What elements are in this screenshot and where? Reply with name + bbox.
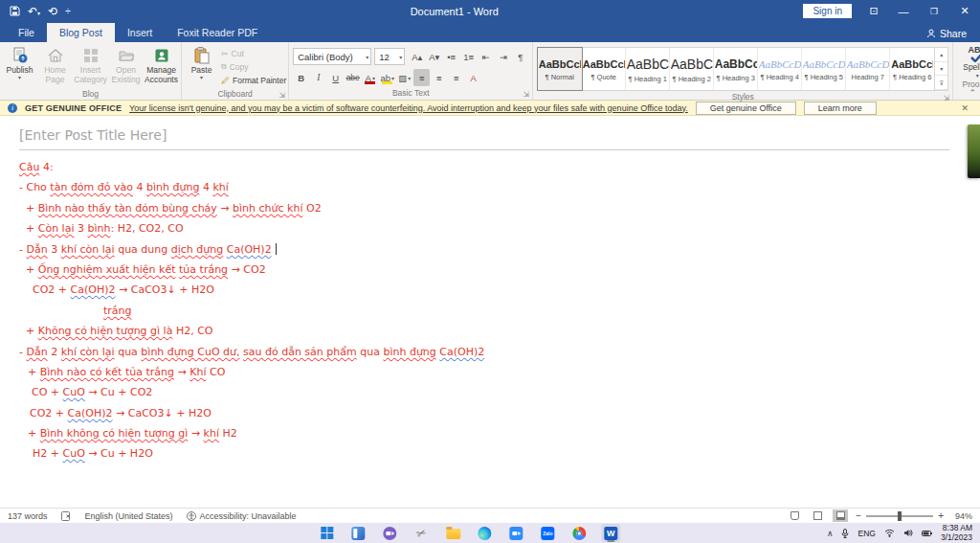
style--heading-1[interactable]: AaBbCc¶ Heading 1 [626, 48, 670, 90]
document-area[interactable]: [Enter Post Title Here] Câu 4:- Cho tàn … [0, 116, 980, 508]
warning-message-link[interactable]: Your license isn't genuine, and you may … [129, 103, 688, 113]
taskbar-explorer-icon[interactable] [443, 524, 462, 542]
print-layout-button[interactable] [810, 509, 825, 522]
publish-button[interactable]: Publish▾ [2, 44, 37, 88]
ribbon-display-options-icon[interactable]: ⊡ [859, 5, 888, 17]
taskbar-start-icon[interactable] [317, 524, 336, 542]
close-button[interactable]: ✕ [949, 0, 980, 22]
warning-close-icon[interactable]: ✕ [957, 103, 972, 113]
text-line[interactable]: + Còn lại 3 bình: H2, CO2, CO [19, 218, 961, 238]
zoom-percentage[interactable]: 94% [951, 511, 972, 521]
clipboard-dialog-launcher-icon[interactable]: ⇲ [279, 89, 286, 102]
taskbar-zalo-icon[interactable]: Zalo [538, 524, 557, 542]
align-right-button[interactable]: ≡ [448, 69, 464, 86]
style-heading-7[interactable]: AaBbCcDdHeading 7 [846, 48, 890, 90]
decrease-indent-button[interactable]: ⇤ [478, 48, 494, 65]
language-indicator[interactable]: ENG [858, 529, 875, 538]
document-page[interactable]: [Enter Post Title Here] Câu 4:- Cho tàn … [0, 116, 980, 464]
paste-button[interactable]: Paste ▾ [184, 44, 219, 88]
tab-blog-post[interactable]: Blog Post [47, 23, 115, 42]
style--heading-2[interactable]: AaBbCc¶ Heading 2 [670, 48, 714, 90]
accessibility-status[interactable]: Accessibility: Unavailable [187, 511, 297, 521]
text-line[interactable]: + Ống nghiệm xuất hiện kết tủa trắng → C… [19, 260, 961, 280]
text-line[interactable]: CO2 + Ca(OH)2 → CaCO3↓ + H2O [19, 403, 961, 423]
increase-indent-button[interactable]: ⇥ [495, 48, 511, 65]
zoom-slider-knob[interactable] [898, 511, 902, 521]
zoom-in-icon[interactable]: + [938, 510, 944, 521]
zoom-out-icon[interactable]: − [856, 510, 861, 521]
styles-dialog-launcher-icon[interactable]: ⇲ [944, 92, 950, 104]
numbering-button[interactable]: 1≡ [460, 48, 477, 65]
highlight-button[interactable]: ab▾ [379, 69, 395, 86]
align-center-button[interactable]: ≡ [431, 69, 447, 86]
taskbar-meet-icon[interactable] [380, 524, 399, 542]
grow-font-button[interactable]: A▴ [409, 48, 425, 65]
font-name-select[interactable]: Calibri (Body)▾ [293, 48, 371, 65]
zoom-slider[interactable] [866, 515, 933, 517]
sign-in-button[interactable]: Sign in [803, 4, 852, 18]
italic-button[interactable]: I [310, 69, 326, 86]
tab-insert[interactable]: Insert [115, 23, 165, 42]
align-left-button[interactable]: ≡ [413, 69, 430, 86]
text-line[interactable]: H2 + CuO → Cu + H2O [19, 443, 961, 464]
styles-more-icon[interactable]: ⊽ [935, 76, 947, 90]
copy-button[interactable]: ⧉Copy [221, 60, 286, 73]
text-line[interactable]: + Bình nào có kết tủa trắng → Khí CO [19, 362, 961, 382]
style--quote[interactable]: AaBbCcDd¶ Quote [582, 48, 626, 90]
styles-scroll-up-icon[interactable]: ▴ [935, 48, 947, 62]
language-status[interactable]: English (United States) [85, 511, 173, 521]
wifi-icon[interactable] [884, 529, 895, 537]
customize-qat-icon[interactable]: ÷ [65, 7, 71, 16]
proofing-errors-icon[interactable] [61, 511, 72, 521]
text-line[interactable]: + Bình không có hiện tượng gì → khí H2 [19, 423, 961, 443]
format-painter-button[interactable]: 🖉Format Painter [221, 74, 286, 86]
tray-expand-icon[interactable]: ∧ [827, 529, 834, 538]
taskbar-zoom-icon[interactable] [506, 524, 525, 542]
text-line[interactable]: Câu 4: [19, 157, 961, 177]
floating-overlay[interactable] [968, 124, 980, 178]
style--heading-3[interactable]: AaBbCcD¶ Heading 3 [714, 48, 758, 90]
text-line[interactable]: - Dẫn 3 khí còn lại qua dung dịch đựng C… [19, 239, 961, 260]
text-line[interactable]: - Cho tàn đóm đỏ vào 4 bình đựng 4 khí [19, 177, 961, 197]
shading-button[interactable]: ▨▾ [396, 69, 412, 86]
read-mode-button[interactable] [787, 509, 802, 522]
minimize-button[interactable]: — [888, 0, 919, 22]
microphone-icon[interactable] [841, 529, 849, 538]
font-color-button[interactable]: A▾ [362, 69, 378, 86]
font-size-select[interactable]: 12▾ [374, 48, 405, 65]
text-line[interactable]: CO2 + Ca(OH)2 → CaCO3↓ + H2O [19, 280, 961, 300]
redo-icon[interactable]: ⟲ [48, 6, 57, 17]
battery-icon[interactable] [922, 530, 932, 537]
taskbar-task-view-icon[interactable] [348, 524, 368, 542]
styles-scroll-down-icon[interactable]: ▾ [935, 62, 947, 77]
text-line[interactable]: + Bình nào thấy tàn đóm bùng cháy → bình… [19, 198, 961, 218]
text-line[interactable]: trắng [19, 301, 961, 321]
cut-button[interactable]: ✂Cut [221, 47, 286, 59]
shrink-font-button[interactable]: A▾ [426, 48, 442, 65]
spelling-button[interactable]: ABC Spelling ▾ [955, 44, 980, 79]
style--heading-4[interactable]: AaBbCcDd¶ Heading 4 [758, 48, 802, 90]
paste-dropdown-arrow[interactable]: ▾ [200, 76, 203, 79]
text-effects-button[interactable]: A [465, 69, 481, 86]
bold-button[interactable]: B [293, 69, 309, 86]
save-icon[interactable] [10, 6, 20, 16]
bullets-button[interactable]: •≡ [443, 48, 459, 65]
pilcrow-button[interactable]: ¶ [512, 48, 528, 65]
style--normal[interactable]: AaBbCcDd¶ Normal [538, 48, 582, 90]
text-line[interactable]: - Dẫn 2 khí còn lại qua bình đựng CuO dư… [19, 342, 961, 362]
text-line[interactable]: + Không có hiện tượng gì là H2, CO [19, 321, 961, 341]
text-line[interactable]: CO + CuO → Cu + CO2 [19, 382, 961, 402]
tab-file[interactable]: File [6, 23, 47, 42]
share-button[interactable]: Share [926, 28, 980, 42]
taskbar-snip-icon[interactable]: ✂ [412, 524, 431, 542]
underline-button[interactable]: U [327, 69, 344, 86]
restore-button[interactable]: ❐ [919, 0, 949, 22]
post-title-placeholder[interactable]: [Enter Post Title Here] [19, 127, 949, 150]
style--heading-6[interactable]: AaBbCcDc¶ Heading 6 [890, 48, 934, 90]
tab-foxit-reader-pdf[interactable]: Foxit Reader PDF [165, 23, 270, 42]
clock[interactable]: 8:38 AM 3/1/2023 [941, 524, 972, 543]
volume-icon[interactable] [903, 529, 913, 537]
style--heading-5[interactable]: AaBbCcDd¶ Heading 5 [802, 48, 846, 90]
collapse-ribbon-icon[interactable]: ⌃ [969, 88, 976, 98]
taskbar-edge-icon[interactable] [475, 524, 494, 542]
